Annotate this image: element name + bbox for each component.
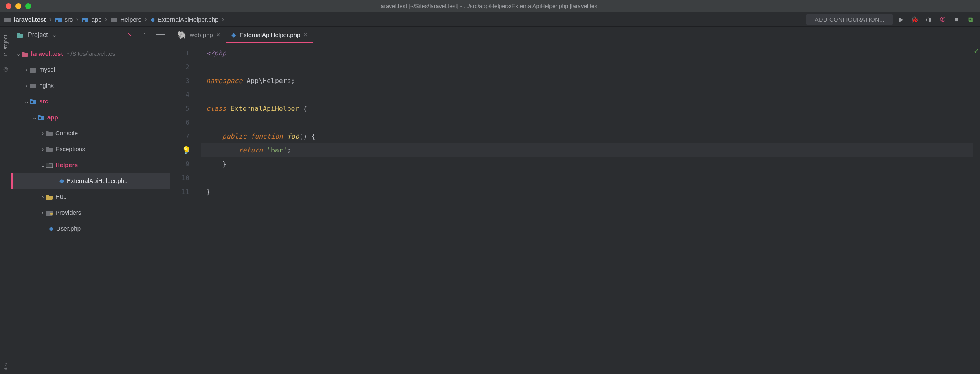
tree-item-label: src bbox=[39, 98, 48, 105]
tab-external-api-helper[interactable]: ◆ ExternalApiHelper.php × bbox=[226, 27, 313, 43]
tree-item-label: Exceptions bbox=[55, 145, 85, 152]
chevron-right-icon: › bbox=[105, 15, 107, 24]
breadcrumb-label: ExternalApiHelper.php bbox=[158, 16, 218, 23]
code-line: } bbox=[201, 185, 973, 199]
project-panel-title: Project bbox=[28, 31, 48, 39]
tool-window-label: 1: Project bbox=[2, 35, 9, 57]
tree-item-label: app bbox=[47, 114, 58, 121]
chevron-down-icon[interactable]: ⌄ bbox=[52, 32, 57, 38]
line-number: 1 bbox=[170, 46, 201, 60]
breadcrumb: laravel.test › src › app › Helpers › ◆ E… bbox=[4, 15, 225, 24]
run-icon[interactable]: ▶ bbox=[895, 14, 907, 25]
tree-item-label: Console bbox=[55, 130, 78, 136]
php-file-icon: ◆ bbox=[49, 225, 54, 232]
tree-item-http[interactable]: › Http bbox=[11, 189, 170, 205]
breadcrumb-item-app[interactable]: app bbox=[81, 16, 101, 23]
hide-icon[interactable]: — bbox=[156, 32, 165, 38]
breadcrumb-item-helpers[interactable]: Helpers bbox=[110, 16, 141, 23]
tree-item-app[interactable]: ⌄ app bbox=[11, 109, 170, 125]
folder-icon bbox=[21, 51, 29, 57]
breadcrumb-label: app bbox=[91, 16, 101, 23]
code-editor[interactable]: <?php namespace App\Helpers; class Exter… bbox=[201, 43, 973, 374]
folder-open-icon bbox=[46, 162, 53, 168]
tab-label: ExternalApiHelper.php bbox=[240, 31, 300, 38]
close-icon[interactable]: × bbox=[303, 31, 307, 39]
breadcrumb-label: src bbox=[64, 16, 73, 23]
add-configuration-button[interactable]: ADD CONFIGURATION... bbox=[806, 14, 893, 25]
tree-item-path: ~/Sites/laravel.tes bbox=[67, 50, 115, 57]
collapse-icon[interactable]: ⇲ bbox=[127, 32, 132, 38]
window-title: laravel.test [~/Sites/laravel.test] - ..… bbox=[380, 3, 601, 9]
phone-icon[interactable]: ✆ bbox=[937, 14, 948, 25]
tree-root[interactable]: ⌄ laravel.test ~/Sites/laravel.tes bbox=[11, 46, 170, 62]
tree-item-external-api-helper[interactable]: ◆ ExternalApiHelper.php bbox=[11, 173, 170, 189]
line-number: 5 bbox=[170, 102, 201, 116]
coverage-icon[interactable]: ◑ bbox=[923, 14, 934, 25]
folder-icon bbox=[46, 146, 53, 152]
navbar-right: ADD CONFIGURATION... ▶ 🐞 ◑ ✆ ■ ⧉ bbox=[806, 14, 976, 25]
tool-window-project-button[interactable]: 1: Project bbox=[2, 35, 9, 57]
project-tree: ⌄ laravel.test ~/Sites/laravel.tes › mys… bbox=[11, 43, 170, 374]
folder-icon bbox=[46, 210, 53, 216]
tree-item-label: mysql bbox=[39, 66, 55, 73]
tree-item-nginx[interactable]: › nginx bbox=[11, 77, 170, 93]
minimize-window-button[interactable] bbox=[15, 3, 21, 9]
chevron-down-icon: ⌄ bbox=[24, 98, 29, 105]
stop-icon[interactable]: ■ bbox=[951, 14, 962, 25]
tree-item-providers[interactable]: › Providers bbox=[11, 205, 170, 220]
code-line bbox=[201, 88, 973, 102]
breadcrumb-item-src[interactable]: src bbox=[55, 16, 73, 23]
editor-error-stripe: ✓ bbox=[973, 43, 980, 374]
chevron-right-icon: › bbox=[40, 130, 46, 136]
folder-icon bbox=[37, 114, 45, 120]
maximize-window-button[interactable] bbox=[25, 3, 31, 9]
tree-item-mysql[interactable]: › mysql bbox=[11, 62, 170, 77]
svg-rect-2 bbox=[31, 101, 33, 103]
tree-item-src[interactable]: ⌄ src bbox=[11, 93, 170, 109]
tree-item-label: laravel.test bbox=[31, 50, 63, 57]
tree-item-console[interactable]: › Console bbox=[11, 125, 170, 141]
inspection-ok-icon[interactable]: ✓ bbox=[973, 43, 980, 55]
database-tool-icon[interactable]: ◎ bbox=[3, 66, 8, 72]
window-controls bbox=[0, 3, 31, 9]
editor-gutter: 1 2 3 4 5 6 7 8 9 10 11 bbox=[170, 43, 201, 374]
code-line bbox=[201, 60, 973, 74]
editor-tabs: 🐘 web.php × ◆ ExternalApiHelper.php × bbox=[170, 27, 980, 43]
chevron-right-icon: › bbox=[24, 82, 29, 89]
intention-bulb-icon[interactable]: 💡 bbox=[182, 143, 191, 157]
code-line bbox=[201, 116, 973, 130]
tree-item-label: ExternalApiHelper.php bbox=[67, 177, 127, 184]
line-number: 10 bbox=[170, 171, 201, 185]
breadcrumb-label: laravel.test bbox=[14, 16, 46, 23]
chevron-down-icon: ⌄ bbox=[32, 114, 37, 121]
line-number: 3 bbox=[170, 74, 201, 88]
breadcrumb-item-project[interactable]: laravel.test bbox=[4, 16, 46, 23]
editor-body: 1 2 3 4 5 6 7 8 9 10 11 <?php namespace … bbox=[170, 43, 980, 374]
chevron-right-icon: › bbox=[49, 15, 51, 24]
chevron-right-icon: › bbox=[40, 193, 46, 200]
more-icon[interactable]: ⋮ bbox=[141, 32, 147, 38]
code-line: <?php bbox=[201, 46, 973, 60]
tool-window-favorites-button[interactable]: ites bbox=[3, 363, 8, 370]
tree-item-exceptions[interactable]: › Exceptions bbox=[11, 141, 170, 157]
chevron-right-icon: › bbox=[145, 15, 147, 24]
chevron-down-icon: ⌄ bbox=[15, 50, 21, 57]
project-panel-actions: ⇲ ⋮ — bbox=[127, 32, 165, 38]
titlebar: laravel.test [~/Sites/laravel.test] - ..… bbox=[0, 0, 980, 12]
debug-icon[interactable]: 🐞 bbox=[909, 14, 921, 25]
svg-point-4 bbox=[50, 213, 53, 215]
terminal-icon[interactable]: ⧉ bbox=[965, 14, 976, 25]
chevron-right-icon: › bbox=[24, 66, 29, 73]
tool-window-bar-left: 1: Project ◎ ites bbox=[0, 27, 11, 374]
breadcrumb-item-file[interactable]: ◆ ExternalApiHelper.php bbox=[150, 16, 218, 23]
close-window-button[interactable] bbox=[6, 3, 11, 9]
tree-item-label: User.php bbox=[56, 225, 81, 232]
chevron-right-icon: › bbox=[40, 209, 46, 216]
close-icon[interactable]: × bbox=[216, 31, 220, 39]
tab-web-php[interactable]: 🐘 web.php × bbox=[172, 27, 226, 43]
tree-item-user-php[interactable]: ◆ User.php bbox=[11, 220, 170, 236]
project-panel-header: Project ⌄ ⇲ ⋮ — bbox=[11, 27, 170, 43]
code-line bbox=[201, 171, 973, 185]
folder-icon bbox=[29, 67, 37, 73]
tree-item-helpers[interactable]: ⌄ Helpers bbox=[11, 157, 170, 173]
